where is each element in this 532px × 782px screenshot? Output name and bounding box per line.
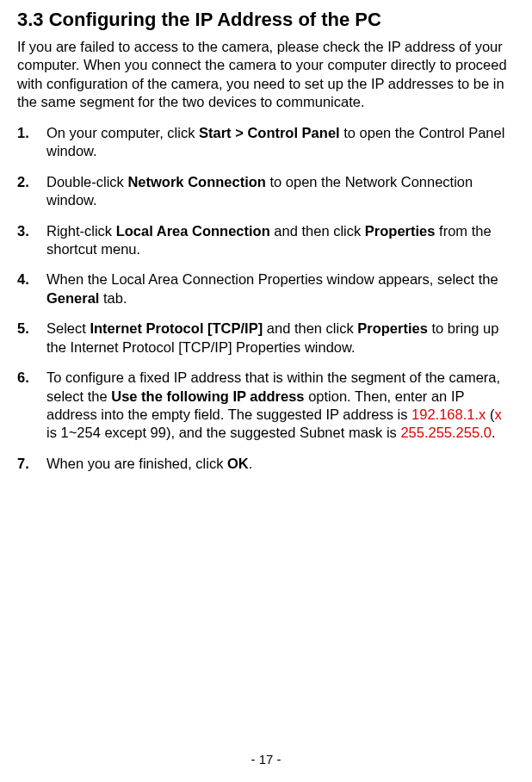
step-body: On your computer, click Start > Control … bbox=[46, 124, 515, 161]
text: On your computer, click bbox=[46, 125, 199, 140]
step-1: 1. On your computer, click Start > Contr… bbox=[17, 124, 515, 161]
step-number: 7. bbox=[17, 455, 46, 473]
red-text: x bbox=[494, 407, 501, 422]
step-body: When you are finished, click OK. bbox=[46, 455, 515, 473]
bold-text: Properties bbox=[357, 320, 428, 336]
step-body: When the Local Area Connection Propertie… bbox=[46, 270, 515, 307]
page-number: - 17 - bbox=[0, 752, 532, 766]
text: and then click bbox=[270, 223, 365, 239]
text: Right-click bbox=[46, 223, 116, 239]
text: Select bbox=[46, 320, 90, 336]
step-number: 3. bbox=[17, 222, 46, 259]
red-text: 192.168.1.x bbox=[411, 407, 486, 422]
text: . bbox=[249, 456, 253, 471]
step-5: 5. Select Internet Protocol [TCP/IP] and… bbox=[17, 320, 515, 357]
text: When you are finished, click bbox=[46, 456, 227, 471]
bold-text: Start > Control Panel bbox=[199, 125, 340, 140]
text: When the Local Area Connection Propertie… bbox=[46, 271, 498, 287]
step-number: 4. bbox=[17, 270, 46, 307]
text: ( bbox=[486, 407, 494, 422]
steps-list: 1. On your computer, click Start > Contr… bbox=[17, 124, 515, 474]
step-number: 5. bbox=[17, 320, 46, 357]
step-2: 2. Double-click Network Connection to op… bbox=[17, 173, 515, 210]
step-6: 6. To configure a fixed IP address that … bbox=[17, 369, 515, 443]
bold-text: Network Connection bbox=[127, 174, 265, 189]
bold-text: Internet Protocol [TCP/IP] bbox=[90, 320, 263, 336]
text: . bbox=[492, 425, 496, 440]
step-number: 2. bbox=[17, 173, 46, 210]
page-content: 3.3 Configuring the IP Address of the PC… bbox=[0, 0, 532, 473]
bold-text: OK bbox=[227, 456, 249, 471]
step-body: Select Internet Protocol [TCP/IP] and th… bbox=[46, 320, 515, 357]
bold-text: Use the following IP address bbox=[111, 388, 304, 404]
bold-text: Properties bbox=[365, 223, 436, 239]
bold-text: Local Area Connection bbox=[116, 223, 270, 239]
text: and then click bbox=[263, 320, 357, 336]
intro-paragraph: If you are failed to access to the camer… bbox=[17, 38, 515, 112]
text: Double-click bbox=[46, 174, 127, 189]
section-heading: 3.3 Configuring the IP Address of the PC bbox=[17, 9, 515, 31]
bold-text: General bbox=[46, 290, 99, 306]
step-body: To configure a fixed IP address that is … bbox=[46, 369, 515, 443]
text: tab. bbox=[99, 290, 127, 306]
step-7: 7. When you are finished, click OK. bbox=[17, 455, 515, 473]
step-body: Right-click Local Area Connection and th… bbox=[46, 222, 515, 259]
step-4: 4. When the Local Area Connection Proper… bbox=[17, 270, 515, 307]
step-number: 6. bbox=[17, 369, 46, 443]
step-3: 3. Right-click Local Area Connection and… bbox=[17, 222, 515, 259]
red-text: 255.255.255.0 bbox=[400, 425, 492, 440]
text: is 1~254 except 99), and the suggested S… bbox=[46, 425, 400, 440]
step-body: Double-click Network Connection to open … bbox=[46, 173, 515, 210]
step-number: 1. bbox=[17, 124, 46, 161]
